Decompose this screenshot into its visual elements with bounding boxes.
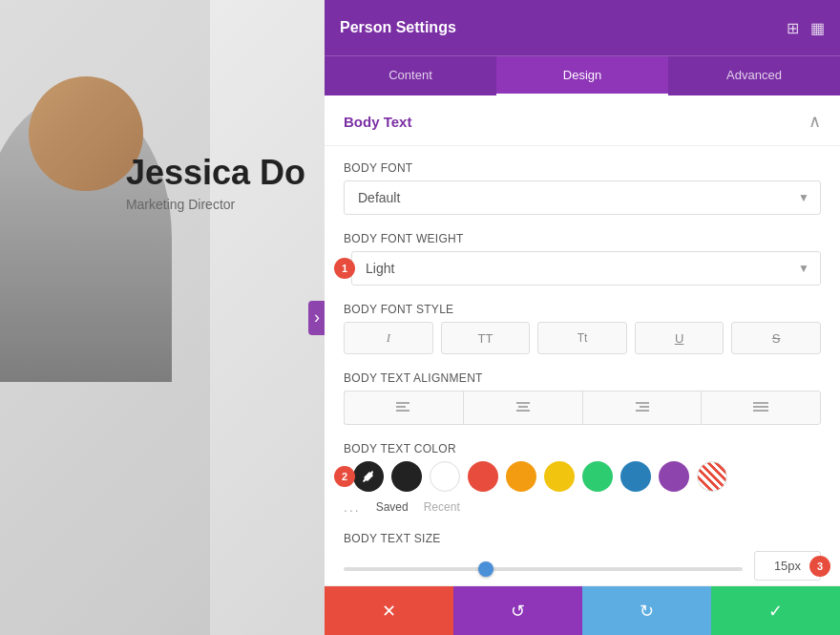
body-font-weight-field: Body Font Weight 1 Light ▼ xyxy=(344,232,821,286)
color-swatch-blue[interactable] xyxy=(620,461,651,492)
preview-name: Jessica Do xyxy=(126,153,305,193)
redo-icon: ↻ xyxy=(640,601,654,622)
undo-icon: ↺ xyxy=(511,601,525,622)
body-font-label: Body Font xyxy=(344,161,821,175)
settings-panel: Person Settings ⊞ ▦ Content Design Advan… xyxy=(325,0,840,635)
preview-text-area: Jessica Do Marketing Director xyxy=(126,153,305,212)
badge-1: 1 xyxy=(334,258,355,279)
badge-2: 2 xyxy=(334,466,355,487)
redo-button[interactable]: ↻ xyxy=(582,586,711,635)
body-font-field: Body Font Default ▼ xyxy=(344,161,821,215)
strikethrough-button[interactable]: S xyxy=(731,322,821,354)
align-right-button[interactable] xyxy=(582,391,702,425)
panel-title: Person Settings xyxy=(340,19,456,36)
badge-3: 3 xyxy=(809,556,830,577)
section-title: Body Text xyxy=(344,114,411,130)
align-center-button[interactable] xyxy=(463,391,582,425)
recent-colors-button[interactable]: Recent xyxy=(424,500,460,514)
underline-icon: U xyxy=(675,331,683,346)
eyedropper-badge-container: 2 xyxy=(344,461,727,492)
cancel-icon: ✕ xyxy=(382,601,396,622)
panel-footer: ✕ ↺ ↻ ✓ xyxy=(325,585,840,635)
more-colors-button[interactable]: ... xyxy=(344,499,361,515)
body-text-color-label: Body Text Color xyxy=(344,442,821,455)
panel-header-icons: ⊞ ▦ xyxy=(787,19,825,37)
save-icon: ✓ xyxy=(768,601,783,622)
tab-design[interactable]: Design xyxy=(496,56,668,95)
fullscreen-icon[interactable]: ⊞ xyxy=(787,19,799,37)
body-font-select-wrapper: Default ▼ xyxy=(344,180,821,215)
body-font-weight-label: Body Font Weight xyxy=(344,232,821,245)
body-font-weight-wrapper: 1 Light ▼ xyxy=(344,251,821,286)
size-slider-wrapper xyxy=(344,558,743,575)
section-header: Body Text ∧ xyxy=(325,95,840,146)
color-swatch-black[interactable] xyxy=(391,461,422,492)
color-swatch-purple[interactable] xyxy=(659,461,689,492)
body-font-weight-select[interactable]: Light xyxy=(351,251,821,286)
italic-icon: I xyxy=(387,330,390,346)
capitalize-button[interactable]: Tt xyxy=(537,322,627,354)
italic-button[interactable]: I xyxy=(344,322,433,354)
body-text-size-label: Body Text Size xyxy=(344,532,821,545)
size-control: 3 xyxy=(344,551,821,581)
panel-header: Person Settings ⊞ ▦ xyxy=(325,0,840,55)
color-swatch-striped[interactable] xyxy=(697,461,727,492)
body-font-weight-select-wrapper: Light ▼ xyxy=(351,251,821,286)
align-right-icon xyxy=(634,401,649,414)
body-text-alignment-field: Body Text Alignment xyxy=(344,371,821,425)
color-swatch-green[interactable] xyxy=(582,461,613,492)
size-input-wrapper: 3 xyxy=(754,551,821,581)
body-font-style-label: Body Font Style xyxy=(344,303,821,316)
underline-button[interactable]: U xyxy=(635,322,724,354)
body-text-alignment-label: Body Text Alignment xyxy=(344,371,821,385)
settings-content: Body Font Default ▼ Body Font Weight 1 L… xyxy=(325,146,840,585)
color-swatch-white[interactable] xyxy=(430,461,460,492)
layout-icon[interactable]: ▦ xyxy=(810,19,825,37)
photo-shadow xyxy=(0,0,210,635)
body-text-size-field: Body Text Size 3 xyxy=(344,532,821,581)
preview-area: Jessica Do Marketing Director xyxy=(0,0,325,635)
body-font-select[interactable]: Default xyxy=(344,180,821,215)
align-center-icon xyxy=(515,401,531,414)
panel-body: Body Text ∧ Body Font Default ▼ Body Fon… xyxy=(325,95,840,585)
color-actions: ... Saved Recent xyxy=(344,499,821,515)
strikethrough-icon: S xyxy=(772,331,781,346)
uppercase-button[interactable]: TT xyxy=(441,322,531,354)
color-swatch-red[interactable] xyxy=(468,461,498,492)
color-swatch-orange[interactable] xyxy=(506,461,536,492)
font-style-buttons: I TT Tt U S xyxy=(344,322,821,354)
capitalize-icon: Tt xyxy=(578,331,588,345)
alignment-buttons xyxy=(344,391,821,425)
uppercase-icon: TT xyxy=(477,331,493,346)
body-font-style-field: Body Font Style I TT Tt U S xyxy=(344,303,821,354)
eyedropper-swatch[interactable] xyxy=(353,461,384,492)
section-collapse-icon[interactable]: ∧ xyxy=(808,111,821,132)
tabs-bar: Content Design Advanced xyxy=(325,55,840,95)
cancel-button[interactable]: ✕ xyxy=(325,586,453,635)
align-justify-icon xyxy=(753,401,768,414)
save-button[interactable]: ✓ xyxy=(711,586,840,635)
tab-content[interactable]: Content xyxy=(325,56,496,95)
color-badge-wrapper: 2 xyxy=(344,461,821,492)
tab-advanced[interactable]: Advanced xyxy=(668,56,840,95)
align-left-icon xyxy=(396,401,411,414)
align-left-button[interactable] xyxy=(344,391,463,425)
preview-title: Marketing Director xyxy=(126,197,305,212)
undo-button[interactable]: ↺ xyxy=(453,586,582,635)
body-text-color-field: Body Text Color 2 xyxy=(344,442,821,515)
size-slider[interactable] xyxy=(344,567,743,571)
saved-colors-button[interactable]: Saved xyxy=(376,500,409,514)
panel-expand-arrow[interactable] xyxy=(308,301,325,335)
eyedropper-icon xyxy=(362,470,375,483)
align-justify-button[interactable] xyxy=(701,391,821,425)
color-swatch-yellow[interactable] xyxy=(544,461,575,492)
color-swatches xyxy=(353,461,727,492)
